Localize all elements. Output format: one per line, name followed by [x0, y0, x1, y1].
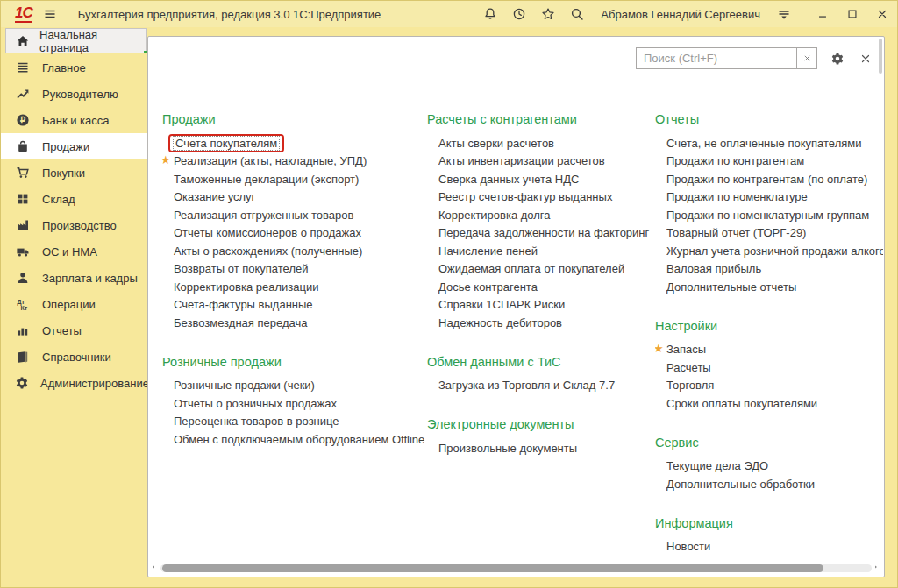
- menu-item[interactable]: Продажи по контрагентам (по оплате): [655, 170, 883, 188]
- bell-icon[interactable]: [483, 7, 497, 21]
- menu-item[interactable]: Загрузка из Торговля и Склад 7.7: [427, 377, 652, 395]
- sidebar-item[interactable]: Справочники: [1, 344, 147, 370]
- menu-item-label: Валовая прибыль: [666, 262, 761, 275]
- menu-item[interactable]: Обмен с подключаемым оборудованием Offli…: [162, 430, 418, 449]
- menu-item[interactable]: Начисление пеней: [427, 242, 652, 260]
- menu-item-label: Переоценка товаров в рознице: [174, 414, 339, 428]
- menu-item[interactable]: Отчеты о розничных продажах: [162, 394, 418, 413]
- menu-item[interactable]: Таможенные декларации (экспорт): [162, 170, 418, 188]
- minimize-icon[interactable]: [816, 8, 829, 20]
- sidebar: ГлавноеРуководителю₽Банк и кассаПродажиП…: [1, 54, 147, 587]
- sidebar-item[interactable]: Покупки: [1, 159, 147, 186]
- menu-item[interactable]: Безвозмездная передача: [162, 314, 418, 332]
- menu-item-label: Продажи по контрагентам: [666, 154, 804, 167]
- menu-item-label: Товарный отчет (ТОРГ-29): [666, 226, 806, 239]
- scrollbar-thumb[interactable]: [162, 564, 823, 572]
- menu-item-label: Безвозмездная передача: [174, 316, 307, 329]
- chart-icon: [15, 323, 31, 337]
- history-icon[interactable]: [512, 7, 526, 21]
- scroll-right-icon[interactable]: [873, 565, 881, 572]
- sidebar-item[interactable]: Главное: [1, 54, 147, 81]
- menu-section: ИнформацияНовости: [655, 516, 883, 556]
- close-icon[interactable]: [876, 8, 888, 20]
- sidebar-item[interactable]: Руководителю: [1, 81, 147, 107]
- scrollbar-track[interactable]: [160, 564, 872, 572]
- menu-item[interactable]: Счета покупателям: [162, 134, 418, 152]
- menu-item[interactable]: Счета-фактуры выданные: [162, 296, 418, 315]
- menu-item[interactable]: Корректировка реализации: [162, 278, 418, 296]
- menu-item[interactable]: Сверка данных учета НДС: [427, 170, 652, 188]
- section-title: Электронные документы: [427, 417, 652, 431]
- search-icon[interactable]: [570, 7, 584, 21]
- scroll-left-icon[interactable]: [151, 565, 159, 572]
- maximize-icon[interactable]: [846, 8, 859, 20]
- bag-icon: [15, 139, 31, 153]
- menu-item[interactable]: Передача задолженности на факторинг: [427, 224, 652, 243]
- menu-item[interactable]: Продажи по номенклатурным группам: [655, 206, 883, 224]
- menu-item[interactable]: Акты о расхождениях (полученные): [162, 242, 418, 260]
- menu-item[interactable]: Счета, не оплаченные покупателями: [655, 134, 883, 152]
- sidebar-item[interactable]: Склад: [1, 186, 147, 212]
- sidebar-item[interactable]: Продажи: [1, 133, 147, 159]
- menu-item[interactable]: ★Реализация (акты, накладные, УПД): [162, 152, 418, 171]
- menu-item[interactable]: Реестр счетов-фактур выданных: [427, 188, 652, 207]
- menu-item[interactable]: Надежность дебиторов: [427, 314, 652, 332]
- tab-home[interactable]: Начальная страница: [5, 28, 147, 53]
- clear-icon[interactable]: [797, 47, 817, 69]
- menu-item[interactable]: Возвраты от покупателей: [162, 260, 418, 279]
- favorites-star-icon[interactable]: [541, 7, 555, 21]
- menu-item-label: Дополнительные обработки: [666, 478, 815, 491]
- menu-item[interactable]: Сроки оплаты покупателями: [655, 394, 883, 413]
- sidebar-item[interactable]: Администрирование: [1, 370, 147, 396]
- gear-icon[interactable]: [830, 52, 845, 66]
- sidebar-item-label: Производство: [42, 219, 117, 232]
- menu-item[interactable]: Ожидаемая оплата от покупателей: [427, 260, 652, 279]
- sidebar-item-label: Покупки: [42, 166, 85, 180]
- vertical-scrollbar-thumb[interactable]: [879, 39, 882, 74]
- sidebar-item[interactable]: ДтКтОперации: [1, 291, 147, 317]
- menu-item[interactable]: Расчеты: [655, 358, 883, 377]
- menu-item[interactable]: Новости: [655, 538, 883, 556]
- menu-item[interactable]: Товарный отчет (ТОРГ-29): [655, 224, 883, 243]
- cart-icon: [15, 166, 31, 180]
- menu-item[interactable]: Реализация отгруженных товаров: [162, 206, 418, 224]
- burger-menu-icon[interactable]: [43, 7, 57, 21]
- 1c-logo: 1С: [15, 5, 32, 23]
- svg-text:Кт: Кт: [21, 305, 28, 311]
- menu-item[interactable]: Валовая прибыль: [655, 260, 883, 279]
- menu-item[interactable]: Продажи по контрагентам: [655, 152, 883, 171]
- menu-item[interactable]: Акты инвентаризации расчетов: [427, 152, 652, 171]
- menu-item[interactable]: Переоценка товаров в рознице: [162, 413, 418, 431]
- menu-item[interactable]: Журнал учета розничной продажи алкогольн…: [655, 242, 883, 260]
- menu-item-label: Розничные продажи (чеки): [174, 379, 315, 392]
- content-panel: ПродажиСчета покупателям★Реализация (акт…: [147, 36, 885, 577]
- sidebar-item[interactable]: Зарплата и кадры: [1, 265, 147, 291]
- menu-item-label: Новости: [666, 540, 710, 553]
- menu-item[interactable]: Текущие дела ЭДО: [655, 457, 883, 476]
- menu-item[interactable]: Дополнительные отчеты: [655, 278, 883, 296]
- menu-item[interactable]: ★Запасы: [655, 341, 883, 359]
- menu-item[interactable]: Продажи по номенклатуре: [655, 188, 883, 207]
- menu-item[interactable]: Досье контрагента: [427, 278, 652, 296]
- dtkt-icon: ДтКт: [15, 297, 31, 311]
- sidebar-item[interactable]: Производство: [1, 212, 147, 238]
- sidebar-item[interactable]: Отчеты: [1, 317, 147, 344]
- menu-item[interactable]: Оказание услуг: [162, 188, 418, 207]
- search-input[interactable]: [636, 47, 797, 69]
- service-menu-icon[interactable]: [777, 7, 791, 21]
- sidebar-item[interactable]: ОС и НМА: [1, 238, 147, 265]
- sidebar-item[interactable]: ₽Банк и касса: [1, 107, 147, 133]
- menu-item[interactable]: Акты сверки расчетов: [427, 134, 652, 152]
- menu-item[interactable]: Отчеты комиссионеров о продажах: [162, 224, 418, 243]
- menu-item[interactable]: Дополнительные обработки: [655, 475, 883, 493]
- sidebar-item-label: Справочники: [42, 351, 111, 364]
- menu-item[interactable]: Розничные продажи (чеки): [162, 377, 418, 395]
- menu-item[interactable]: Справки 1СПАРК Риски: [427, 296, 652, 315]
- menu-item[interactable]: Произвольные документы: [427, 439, 652, 457]
- close-icon[interactable]: [859, 53, 872, 65]
- ruble-icon: ₽: [15, 113, 31, 127]
- menu-item-label: Досье контрагента: [438, 280, 538, 294]
- menu-item[interactable]: Торговля: [655, 377, 883, 395]
- star-icon: ★: [655, 343, 664, 354]
- menu-item[interactable]: Корректировка долга: [427, 206, 652, 224]
